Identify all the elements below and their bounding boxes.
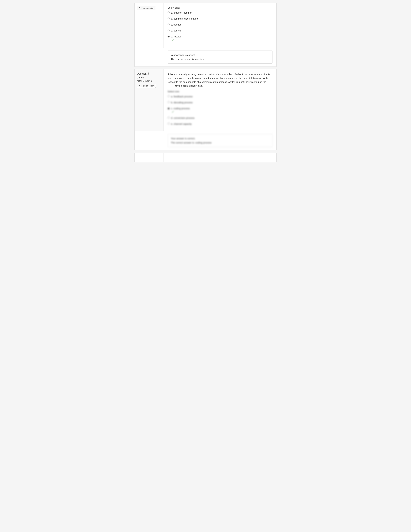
question3-feedback: Your answer is correct. The correct answ…	[134, 131, 277, 150]
option-a-radio-q3	[168, 95, 170, 97]
question2-feedback: Your answer is correct. The correct answ…	[134, 48, 277, 67]
feedback-q3-line2: The correct answer is: coding process	[171, 141, 269, 145]
list-item: e. receiver ✓	[168, 35, 272, 42]
question2-block: ⚑ Flag question Select one: a. channel m…	[134, 3, 277, 67]
question2-options-area: Select one: a. channel member b. communi…	[164, 3, 276, 48]
option-c-label: c. sender	[171, 23, 181, 26]
question2-sidebar: ⚑ Flag question	[135, 3, 164, 48]
feedback-q2-line1: Your answer is correct.	[171, 53, 269, 57]
option-c-label-q3: c. coding process	[171, 107, 190, 110]
option-c-radio[interactable]	[168, 23, 170, 25]
flag-icon-q3: ⚑	[139, 85, 141, 87]
flag-icon: ⚑	[139, 7, 141, 9]
select-one-label-q2: Select one:	[168, 6, 272, 9]
correct-checkmark-q2: ✓	[172, 38, 182, 42]
list-item: b. decoding process	[168, 101, 272, 104]
flag-question3-button[interactable]: ⚑ Flag question	[137, 84, 156, 88]
question2-options-list: a. channel member b. communication chann…	[168, 11, 272, 42]
question3-sidebar: Question 3 Correct Mark 1 out of 1 ⚑ Fla…	[135, 69, 164, 131]
option-e-label: e. receiver	[171, 35, 182, 38]
option-a-label-q3: a. feedback process	[171, 95, 192, 98]
flag-question2-label: Flag question	[141, 7, 154, 9]
list-item: b. communication channel	[168, 17, 272, 20]
feedback-q3-line1: Your answer is correct.	[171, 136, 269, 141]
page-container: ⚑ Flag question Select one: a. channel m…	[133, 0, 278, 166]
question3-block: Question 3 Correct Mark 1 out of 1 ⚑ Fla…	[134, 69, 277, 150]
option-b-label-q3: b. decoding process	[171, 101, 192, 104]
option-d-radio-q3	[168, 116, 170, 119]
question3-options-list: a. feedback process b. decoding process …	[168, 95, 272, 126]
question3-options-blurred: Select one: a. feedback process b. decod…	[168, 90, 272, 126]
list-item: d. conversion process	[168, 116, 272, 120]
option-d-label: d. source	[171, 29, 181, 32]
feedback-q2-line2: The correct answer is: receiver	[171, 57, 269, 61]
option-e-radio[interactable]	[168, 36, 170, 38]
footer-main	[164, 153, 276, 162]
footer-sidebar	[135, 153, 164, 162]
option-b-radio-q3	[168, 101, 170, 103]
option-e-radio-q3	[168, 123, 170, 125]
option-c-radio-q3	[168, 107, 170, 110]
select-one-label-q3: Select one:	[168, 90, 272, 93]
list-item: a. channel member	[168, 11, 272, 14]
option-b-label: b. communication channel	[171, 17, 199, 20]
question3-text: Ashley is currently working on a video t…	[168, 72, 272, 88]
flag-question2-button[interactable]: ⚑ Flag question	[137, 6, 156, 10]
list-item: c. coding process ✓	[168, 107, 272, 114]
list-item: d. source	[168, 29, 272, 32]
option-d-radio[interactable]	[168, 29, 170, 31]
question3-status: Correct	[137, 76, 161, 79]
list-item: e. channel capacity	[168, 122, 272, 126]
flag-question3-label: Flag question	[141, 85, 154, 87]
correct-checkmark-q3: ✓	[172, 110, 190, 114]
option-d-label-q3: d. conversion process	[171, 116, 194, 120]
list-item: a. feedback process	[168, 95, 272, 98]
footer-placeholder	[134, 153, 277, 162]
question3-number: Question 3	[137, 72, 161, 75]
option-a-radio[interactable]	[168, 11, 170, 13]
option-a-label: a. channel member	[171, 11, 192, 14]
question3-main: Ashley is currently working on a video t…	[164, 69, 276, 131]
question3-mark: Mark 1 out of 1	[137, 80, 161, 82]
option-e-label-q3: e. channel capacity	[171, 122, 192, 126]
option-b-radio[interactable]	[168, 17, 170, 19]
list-item: c. sender	[168, 23, 272, 26]
